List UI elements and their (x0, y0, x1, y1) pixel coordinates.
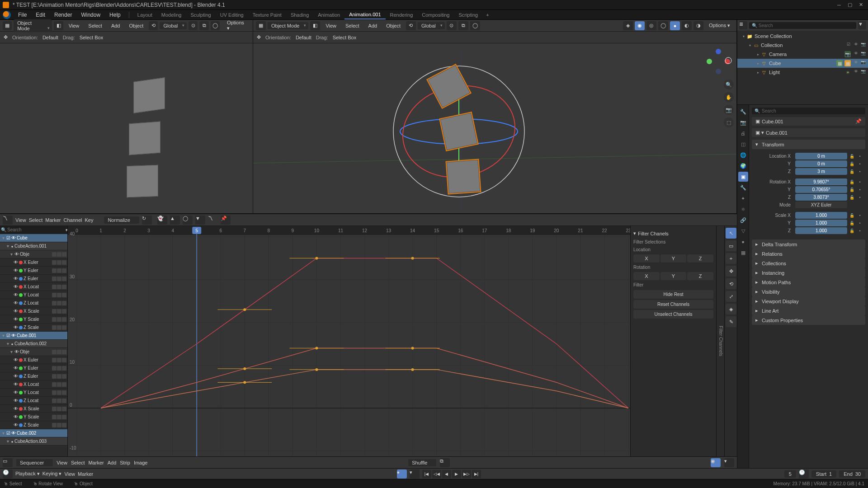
drag-field[interactable]: Select Box (80, 35, 104, 40)
menu-file[interactable]: File (14, 10, 31, 19)
object-menu[interactable]: Object (125, 22, 147, 29)
location-x-field[interactable]: 0 m (795, 153, 847, 160)
lock-icon[interactable]: 🔓 (848, 195, 855, 200)
lock-icon[interactable]: 🔓 (848, 188, 855, 192)
hide-rest-button[interactable]: Hide Rest (633, 290, 713, 299)
channel-action[interactable]: ▾⬥CubeAction.003 (0, 437, 67, 446)
channel-fcurve[interactable]: 👁Z Euler (0, 372, 67, 380)
workspace-texture[interactable]: Texture Paint (248, 11, 286, 19)
channel-fcurve[interactable]: 👁X Locat (0, 283, 67, 291)
seq-strip-menu[interactable]: Strip (120, 460, 130, 465)
channel-fcurve[interactable]: 👁Z Euler (0, 275, 67, 283)
dropdown-icon[interactable]: ▾ (724, 458, 734, 467)
shading-material-icon[interactable]: ◐ (682, 21, 692, 30)
normalize-toggle[interactable]: Normalize (104, 216, 139, 224)
prop-tab-texture-icon[interactable]: ▦ (738, 248, 748, 258)
filter-loc-z[interactable]: Z (687, 254, 713, 263)
outliner-cube[interactable]: ▸ ▽ Cube ▦ ▦ 👁📷 (737, 59, 868, 68)
viewport-display-header[interactable]: ▸Viewport Display (752, 296, 865, 306)
play-reverse-icon[interactable]: ◀ (442, 470, 451, 478)
snap-icon[interactable]: ⧉ (199, 21, 208, 30)
workspace-uv[interactable]: UV Editing (216, 11, 248, 19)
prop-tab-modifiers-icon[interactable]: 🔧 (738, 183, 748, 192)
snap-icon[interactable]: ▲ (170, 216, 180, 225)
channel-fcurve[interactable]: 👁X Scale (0, 405, 67, 413)
mode-dropdown[interactable]: Object Mode (14, 19, 52, 32)
properties-body[interactable]: 🔍 Search ▣Cube.001 📌 ▣ ▾Cube.001 ▾Transf… (749, 105, 868, 479)
overlap-dropdown[interactable]: Shuffle (408, 459, 436, 466)
add-workspace-button[interactable]: + (482, 11, 492, 19)
outliner-collection[interactable]: ▾ ▭ Collection ☑👁📷 (737, 41, 868, 50)
overlay-toggle-icon[interactable]: ◉ (635, 21, 645, 30)
graph-select-menu[interactable]: Select (29, 217, 43, 223)
shading-rendered-icon[interactable]: ◑ (693, 21, 703, 30)
transform-panel-header[interactable]: ▾Transform (752, 140, 865, 149)
orientation-field[interactable]: Default (296, 35, 311, 40)
tool-move-icon[interactable]: ✥ (726, 266, 736, 277)
graph-marker-menu[interactable]: Marker (45, 217, 61, 223)
seq-view-menu[interactable]: View (57, 460, 67, 465)
filter-channels-header[interactable]: ▾Filter Chanels (633, 229, 713, 238)
scale-z-field[interactable]: 1.000 (795, 227, 847, 234)
channel-action[interactable]: ▾⬥CubeAction.002 (0, 340, 67, 348)
zoom-icon[interactable]: 🔍 (724, 80, 734, 89)
rotation-x-field[interactable]: 9.9807° (795, 178, 847, 185)
filter-loc-y[interactable]: Y (660, 254, 687, 263)
outliner-filter-icon[interactable]: ▼ (858, 21, 866, 29)
tool-annotate-icon[interactable]: ✎ (726, 316, 736, 327)
visibility-header[interactable]: ▸Visibility (752, 287, 865, 296)
tool-transform-icon[interactable]: ◈ (726, 304, 736, 314)
prop-tab-data-icon[interactable]: ▽ (738, 226, 748, 236)
workspace-layout[interactable]: Layout (133, 11, 157, 19)
keyframe-next-icon[interactable]: ▶▷ (462, 470, 471, 478)
view-menu[interactable]: View (65, 22, 83, 29)
keyframe-prev-icon[interactable]: ◁◀ (432, 470, 441, 478)
channel-fcurve[interactable]: 👁X Euler (0, 258, 67, 267)
drag-field[interactable]: Select Box (333, 35, 357, 40)
proportional-icon[interactable]: ◯ (183, 216, 193, 225)
end-frame-field[interactable]: End 30 (839, 470, 865, 478)
seq-marker-menu[interactable]: Marker (88, 460, 104, 465)
cube-object-selected[interactable] (440, 113, 477, 150)
options-menu-left[interactable]: Options ▾ (223, 19, 250, 32)
channel-fcurve[interactable]: 👁Y Scale (0, 315, 67, 324)
editor-type-icon[interactable]: 🕐 (3, 469, 13, 479)
channel-fcurve[interactable]: 👁Z Locat (0, 299, 67, 307)
cube-object[interactable] (127, 165, 158, 197)
axis-gizmo[interactable] (705, 48, 732, 75)
motion-paths-header[interactable]: ▸Motion Paths (752, 277, 865, 287)
orientation-dropdown[interactable]: Global (418, 22, 445, 29)
lock-icon[interactable]: 🔓 (848, 180, 855, 184)
cube-object-selected[interactable] (447, 160, 481, 194)
tool-tweak-icon[interactable]: ↖ (726, 228, 736, 239)
prop-tab-viewlayer-icon[interactable]: ◫ (738, 139, 748, 149)
rotation-gizmo[interactable] (253, 43, 736, 213)
tool-cursor-icon[interactable]: + (726, 253, 736, 264)
sequencer-type-dropdown[interactable]: Sequencer (16, 459, 53, 466)
rotation-y-field[interactable]: 0.70655° (795, 186, 847, 193)
outliner-light[interactable]: ▸ ▽ Light ☀ 👁📷 (737, 68, 868, 77)
location-y-field[interactable]: 0 m (795, 160, 847, 167)
lock-icon[interactable]: 🔓 (848, 229, 855, 233)
channel-fcurve[interactable]: 👁X Euler (0, 356, 67, 364)
channel-fcurve[interactable]: 👁X Scale (0, 307, 67, 315)
pan-icon[interactable]: ✋ (724, 92, 734, 102)
refresh-icon[interactable]: ↻ (142, 216, 152, 225)
transform-tool-icon[interactable]: ✥ (257, 34, 261, 40)
prop-tab-output-icon[interactable]: 🖨 (738, 128, 748, 138)
add-menu[interactable]: Add (365, 22, 381, 29)
scale-x-field[interactable]: 1.000 (795, 212, 847, 219)
minimize-button[interactable]: ─ (835, 1, 844, 9)
jump-end-icon[interactable]: ▶| (472, 470, 481, 478)
transform-tool-icon[interactable]: ✥ (4, 34, 8, 40)
snap-icon[interactable]: ⧉ (440, 458, 450, 467)
workspace-rendering[interactable]: Rendering (386, 11, 418, 19)
select-menu[interactable]: Select (85, 22, 106, 29)
seq-add-menu[interactable]: Add (108, 460, 117, 465)
shading-wireframe-icon[interactable]: ◯ (658, 21, 668, 30)
orientation-icon[interactable]: ⟲ (149, 21, 158, 30)
channel-fcurve[interactable]: 👁X Locat (0, 380, 67, 389)
timeline-marker-menu[interactable]: Marker (78, 471, 93, 477)
outliner-body[interactable]: ▾ 📁 Scene Collection ▾ ▭ Collection ☑👁📷 … (737, 31, 868, 104)
add-menu[interactable]: Add (108, 22, 124, 29)
